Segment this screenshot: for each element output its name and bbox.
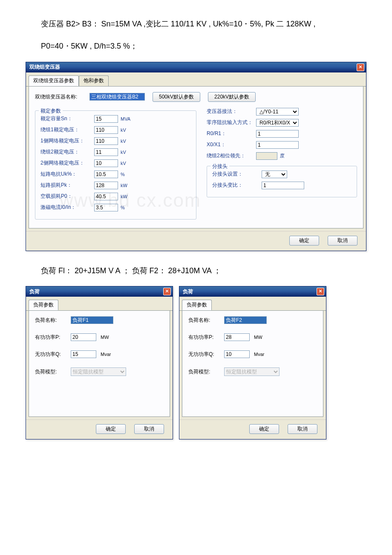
pk-input[interactable] <box>94 182 118 189</box>
name-label: 负荷名称: <box>188 317 220 324</box>
name-label: 负荷名称: <box>35 317 66 324</box>
transformer-dialog: 双绕组变压器 × 双绕组变压器参数 饱和参数 双绕组变压器名称: 500kV默认… <box>26 62 366 251</box>
close-icon[interactable]: × <box>163 288 171 295</box>
cancel-button[interactable]: 取消 <box>328 236 357 246</box>
btn-500kv-defaults[interactable]: 500kV默认参数 <box>153 92 200 102</box>
r0r1-label: R0/R1： <box>207 130 254 137</box>
tap-ratio-input[interactable] <box>262 182 304 189</box>
n2v-label: 2侧网络额定电压： <box>40 159 92 167</box>
titlebar[interactable]: 双绕组变压器 × <box>26 62 366 72</box>
model-select: 恒定阻抗模型 <box>224 367 280 376</box>
tabs: 双绕组变压器参数 饱和参数 <box>26 73 366 87</box>
transformer-name-input[interactable] <box>89 93 145 101</box>
close-icon[interactable]: × <box>317 288 324 295</box>
p-input[interactable] <box>224 333 250 341</box>
tab-content: 双绕组变压器名称: 500kV默认参数 220kV默认参数 额定参数 额定容量S… <box>29 86 363 228</box>
right-column: 变压器接法：△/Y0-11 零序阻抗输入方式：R0/R1和X0/X1 R0/R1… <box>207 108 357 220</box>
tap-set-select[interactable]: 无 <box>262 171 287 178</box>
p-unit: MW <box>254 335 262 340</box>
model-select: 恒定阻抗模型 <box>71 367 126 376</box>
cancel-button[interactable]: 取消 <box>288 424 317 434</box>
doc-line-3: 负荷 Fl： 20+J15M V A ； 负荷 F2： 28+J10M VA ； <box>26 264 366 278</box>
p0-unit: kW <box>121 194 133 199</box>
tap-fieldset: 分接头 分接头设置：无 分接头变比： <box>207 166 357 197</box>
name-label: 双绕组变压器名称: <box>35 93 82 101</box>
dialog-title: 负荷 <box>183 288 193 295</box>
uk-unit: % <box>121 172 133 177</box>
p-input[interactable] <box>71 333 96 341</box>
w1v-unit: kV <box>121 127 133 133</box>
sn-input[interactable] <box>94 115 118 123</box>
tap-ratio-label: 分接头变比： <box>212 182 259 189</box>
tab-load-params[interactable]: 负荷参数 <box>29 300 58 310</box>
zero-label: 零序阻抗输入方式： <box>207 119 254 126</box>
p-label: 有功功率P: <box>188 334 220 341</box>
i0-input[interactable] <box>94 204 118 211</box>
lead-label: 绕组2相位领先： <box>207 152 254 159</box>
ok-button[interactable]: 确定 <box>96 424 126 434</box>
btn-220kv-defaults[interactable]: 220kV默认参数 <box>208 92 256 102</box>
tap-set-label: 分接头设置： <box>212 171 259 178</box>
tab-params[interactable]: 双绕组变压器参数 <box>29 75 79 86</box>
n2v-input[interactable] <box>94 159 118 167</box>
ok-button[interactable]: 确定 <box>289 236 319 246</box>
doc-line-2: P0=40・5KW , D/h=3.5 %； <box>26 39 366 53</box>
model-label: 负荷模型: <box>35 368 66 376</box>
lead-input <box>256 152 277 160</box>
x0x1-label: X0/X1： <box>207 141 254 148</box>
p-unit: MW <box>101 335 109 340</box>
n1v-unit: kV <box>121 139 133 144</box>
r0r1-input[interactable] <box>256 130 299 138</box>
model-label: 负荷模型: <box>188 368 220 376</box>
q-unit: Mvar <box>254 352 264 357</box>
n1v-label: 1侧网络额定电压： <box>40 137 92 145</box>
load-f2-dialog: 负荷 × 负荷参数 负荷名称: 有功功率P:MW 无功功率Q:Mvar 负荷模型… <box>179 286 326 439</box>
w2v-label: 绕组2额定电压： <box>40 148 92 156</box>
q-input[interactable] <box>224 350 250 358</box>
conn-label: 变压器接法： <box>207 108 254 115</box>
q-label: 无功功率Q: <box>188 351 220 358</box>
sn-label: 额定容量Sn： <box>40 115 92 122</box>
zero-select[interactable]: R0/R1和X0/X1 <box>256 119 299 127</box>
w2v-input[interactable] <box>94 148 118 156</box>
titlebar[interactable]: 负荷 × <box>26 286 173 297</box>
q-unit: Mvar <box>101 352 111 357</box>
tap-legend: 分接头 <box>210 163 229 170</box>
q-input[interactable] <box>71 350 96 358</box>
p0-label: 空载损耗P0： <box>40 193 92 200</box>
cancel-button[interactable]: 取消 <box>134 424 164 434</box>
tab-saturation[interactable]: 饱和参数 <box>79 75 109 86</box>
conn-select[interactable]: △/Y0-11 <box>256 108 299 116</box>
p0-input[interactable] <box>94 193 118 200</box>
load-name-input[interactable] <box>224 316 267 324</box>
load-name-input[interactable] <box>71 316 113 324</box>
i0-label: 激磁电流I0/In： <box>40 204 92 211</box>
uk-input[interactable] <box>94 171 118 178</box>
close-icon[interactable]: × <box>357 64 364 71</box>
rated-legend: 额定参数 <box>39 107 63 115</box>
sn-unit: MVA <box>121 116 133 121</box>
n1v-input[interactable] <box>94 137 118 145</box>
ok-button[interactable]: 确定 <box>249 424 279 434</box>
w2v-unit: kV <box>121 150 133 155</box>
q-label: 无功功率Q: <box>35 351 66 358</box>
dialog-title: 双绕组变压器 <box>29 64 60 71</box>
tab-load-params[interactable]: 负荷参数 <box>182 300 212 310</box>
w1v-label: 绕组1额定电压： <box>40 126 92 133</box>
n2v-unit: kV <box>121 161 133 166</box>
lead-unit: 度 <box>280 153 293 159</box>
rated-fieldset: 额定参数 额定容量Sn：MVA 绕组1额定电压：kV 1侧网络额定电压：kV 绕… <box>35 110 196 220</box>
x0x1-input[interactable] <box>256 141 299 149</box>
uk-label: 短路电抗Uk%： <box>40 171 92 178</box>
doc-line-1: 变压器 B2> B3： Sn=15M VA ,变比二 110/11 KV , U… <box>26 17 366 31</box>
pk-label: 短路损耗Pk： <box>40 182 92 189</box>
w1v-input[interactable] <box>94 126 118 134</box>
titlebar[interactable]: 负荷 × <box>179 286 326 297</box>
pk-unit: kW <box>121 183 133 188</box>
load-f1-dialog: 负荷 × 负荷参数 负荷名称: 有功功率P:MW 无功功率Q:Mvar 负荷模型… <box>26 286 173 439</box>
dialog-title: 负荷 <box>29 288 40 295</box>
i0-unit: % <box>121 205 133 210</box>
p-label: 有功功率P: <box>35 334 66 341</box>
